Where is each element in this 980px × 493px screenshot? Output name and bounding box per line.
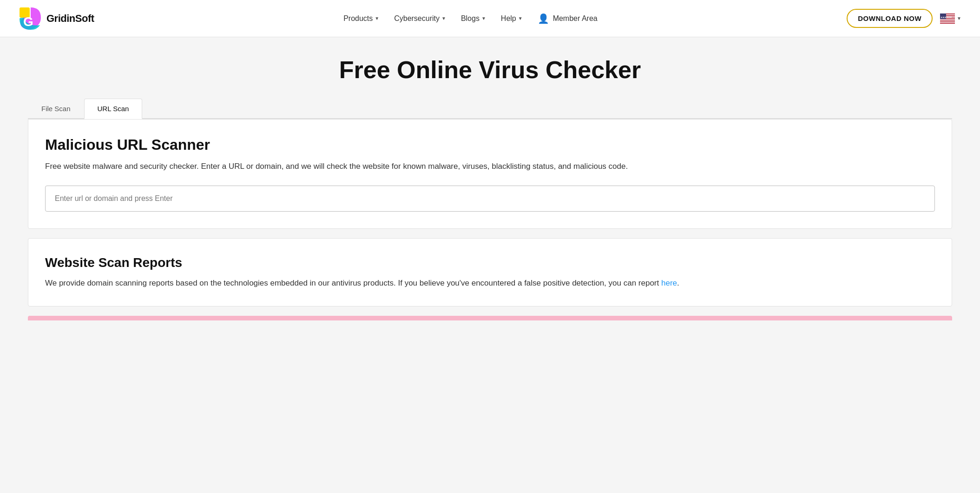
svg-rect-9	[940, 22, 955, 23]
chevron-down-icon: ▼	[441, 16, 446, 21]
nav-products[interactable]: Products ▼	[343, 14, 379, 23]
reports-description: We provide domain scanning reports based…	[45, 277, 935, 289]
tab-url-scan[interactable]: URL Scan	[84, 99, 143, 119]
svg-rect-7	[940, 19, 955, 20]
svg-text:G: G	[23, 14, 33, 29]
nav-cybersecurity-label: Cybersecurity	[394, 14, 440, 23]
member-area-link[interactable]: 👤 Member Area	[538, 13, 598, 24]
nav-products-label: Products	[343, 14, 373, 23]
download-now-button[interactable]: DOWNLOAD NOW	[847, 9, 933, 28]
scanner-title: Malicious URL Scanner	[45, 136, 935, 153]
header-right: DOWNLOAD NOW ★★★★★★ ▼	[847, 9, 961, 28]
tab-file-scan-label: File Scan	[41, 105, 71, 113]
tab-file-scan[interactable]: File Scan	[28, 99, 84, 118]
reports-title: Website Scan Reports	[45, 255, 935, 270]
logo-container[interactable]: G GridinSoft	[19, 7, 94, 31]
tab-url-scan-label: URL Scan	[98, 105, 129, 113]
scanner-card: Malicious URL Scanner Free website malwa…	[28, 119, 952, 229]
nav-blogs[interactable]: Blogs ▼	[461, 14, 486, 23]
reports-desc-text: We provide domain scanning reports based…	[45, 279, 661, 287]
logo-icon: G	[19, 7, 43, 31]
chevron-down-icon: ▼	[375, 16, 379, 21]
header: G GridinSoft Products ▼ Cybersecurity ▼ …	[0, 0, 980, 37]
scanner-description: Free website malware and security checke…	[45, 160, 935, 173]
nav-cybersecurity[interactable]: Cybersecurity ▼	[394, 14, 446, 23]
language-selector[interactable]: ★★★★★★ ▼	[940, 13, 961, 24]
reports-card: Website Scan Reports We provide domain s…	[28, 238, 952, 306]
main-nav: Products ▼ Cybersecurity ▼ Blogs ▼ Help …	[94, 13, 847, 24]
logo-text: GridinSoft	[46, 13, 94, 25]
main-content: Free Online Virus Checker File Scan URL …	[0, 37, 980, 493]
reports-desc-suffix: .	[677, 279, 679, 287]
nav-blogs-label: Blogs	[461, 14, 480, 23]
person-icon: 👤	[538, 13, 549, 24]
page-title: Free Online Virus Checker	[28, 56, 952, 84]
nav-help-label: Help	[501, 14, 516, 23]
url-input[interactable]	[45, 186, 935, 212]
language-chevron-icon: ▼	[957, 16, 961, 21]
tabs-container: File Scan URL Scan	[28, 99, 952, 119]
svg-text:★★★★★★: ★★★★★★	[941, 16, 952, 19]
member-area-label: Member Area	[553, 14, 598, 23]
nav-help[interactable]: Help ▼	[501, 14, 523, 23]
us-flag-icon: ★★★★★★	[940, 13, 955, 24]
svg-rect-8	[940, 20, 955, 21]
chevron-down-icon: ▼	[481, 16, 486, 21]
false-positive-link[interactable]: here	[661, 279, 677, 287]
pink-bar	[28, 316, 952, 320]
chevron-down-icon: ▼	[518, 16, 523, 21]
